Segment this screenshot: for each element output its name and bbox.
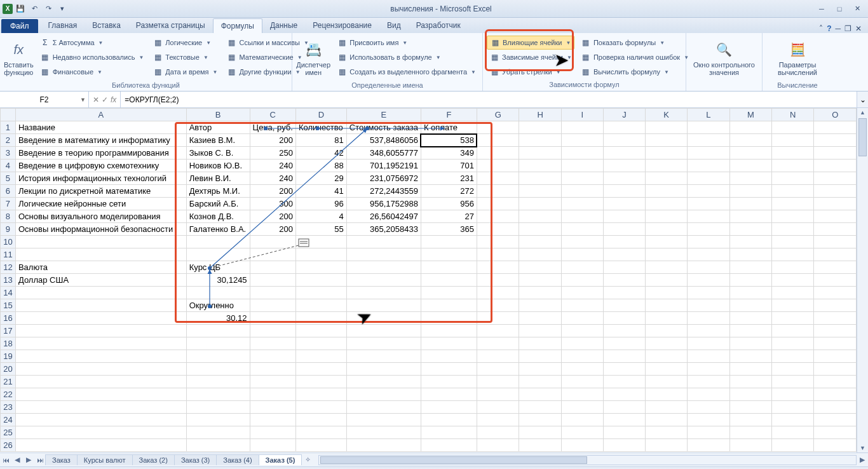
cell[interactable] (250, 261, 295, 274)
cell[interactable] (477, 337, 519, 350)
col-header[interactable]: J (603, 109, 645, 121)
cell[interactable]: 41 (295, 185, 346, 198)
cell[interactable] (772, 299, 814, 312)
cell[interactable]: Доллар США (15, 274, 186, 287)
cell[interactable] (729, 248, 772, 261)
col-header[interactable]: L (688, 109, 729, 121)
cell[interactable] (688, 160, 729, 172)
cell[interactable] (346, 299, 421, 312)
cell[interactable]: Логические нейронные сети (15, 198, 186, 210)
row-header[interactable]: 3 (1, 147, 16, 160)
cell[interactable] (814, 236, 857, 248)
cell[interactable] (15, 350, 186, 363)
cell[interactable]: 538 (421, 134, 477, 147)
cell[interactable] (645, 299, 687, 312)
ribbon-command[interactable]: ▦Убрать стрелки▼ (487, 65, 574, 79)
cell[interactable] (295, 414, 346, 426)
cell[interactable] (519, 287, 561, 299)
ribbon-command[interactable]: ▦Зависимые ячейки▼ (487, 50, 574, 64)
cell[interactable] (603, 121, 645, 134)
close-button[interactable]: ✕ (849, 3, 865, 15)
cell[interactable] (603, 388, 645, 401)
cell[interactable] (814, 350, 857, 363)
expand-formula-bar-icon[interactable]: ⌄ (857, 92, 868, 107)
qat-save-button[interactable]: 💾 (14, 3, 27, 15)
cell[interactable] (772, 172, 814, 185)
cell[interactable] (477, 274, 519, 287)
cell[interactable] (561, 401, 603, 414)
cell[interactable]: Округленно (186, 299, 250, 312)
cell[interactable] (729, 299, 772, 312)
cell[interactable] (729, 325, 772, 337)
cell[interactable] (688, 350, 729, 363)
cell[interactable]: Цена, руб. (250, 121, 295, 134)
sheet-tab[interactable]: Курсы валют (77, 454, 133, 465)
cell[interactable] (250, 337, 295, 350)
ribbon-command[interactable]: ▦Текстовые▼ (150, 50, 220, 64)
cell[interactable] (603, 439, 645, 452)
qat-undo-button[interactable]: ↶ (28, 3, 41, 15)
cell[interactable] (645, 388, 687, 401)
cell[interactable] (729, 376, 772, 388)
cell[interactable] (15, 287, 186, 299)
cell[interactable] (772, 134, 814, 147)
cell[interactable] (561, 350, 603, 363)
cell[interactable] (814, 287, 857, 299)
cancel-formula-icon[interactable]: ✕ (93, 95, 99, 104)
cell[interactable] (729, 388, 772, 401)
cell[interactable] (477, 134, 519, 147)
cell[interactable] (295, 376, 346, 388)
cell[interactable] (688, 223, 729, 236)
row-header[interactable]: 4 (1, 160, 16, 172)
cell[interactable] (15, 325, 186, 337)
cell[interactable] (645, 198, 687, 210)
cell[interactable] (519, 185, 561, 198)
cell[interactable] (561, 185, 603, 198)
cell[interactable] (421, 426, 477, 439)
cell[interactable] (561, 388, 603, 401)
new-sheet-button[interactable]: ✧ (302, 456, 313, 464)
cell[interactable] (814, 248, 857, 261)
cell[interactable] (814, 401, 857, 414)
cell[interactable] (477, 414, 519, 426)
ribbon-command[interactable]: ▦Финансовые▼ (37, 65, 147, 79)
cell[interactable] (421, 248, 477, 261)
cell[interactable] (477, 198, 519, 210)
cell[interactable] (519, 172, 561, 185)
cell[interactable] (477, 376, 519, 388)
cell[interactable] (519, 439, 561, 452)
ribbon-command[interactable]: ▦Недавно использовались▼ (37, 50, 147, 64)
cell[interactable] (729, 287, 772, 299)
cell[interactable] (421, 439, 477, 452)
cell[interactable] (561, 376, 603, 388)
cell[interactable] (645, 160, 687, 172)
cell[interactable] (561, 337, 603, 350)
scroll-up-icon[interactable]: ▲ (860, 109, 865, 116)
cell[interactable] (561, 172, 603, 185)
cell[interactable] (645, 401, 687, 414)
cell[interactable] (186, 337, 250, 350)
cell[interactable] (421, 325, 477, 337)
cell[interactable] (477, 121, 519, 134)
cell[interactable]: 200 (250, 223, 295, 236)
row-header[interactable]: 8 (1, 210, 16, 223)
cell[interactable] (561, 248, 603, 261)
cell[interactable] (772, 236, 814, 248)
cell[interactable]: Новиков Ю.В. (186, 160, 250, 172)
cell[interactable] (477, 210, 519, 223)
cell[interactable] (519, 426, 561, 439)
cell[interactable] (295, 426, 346, 439)
cell[interactable] (729, 147, 772, 160)
ribbon-command[interactable]: ▦Использовать в формуле▼ (334, 50, 478, 64)
cell[interactable] (295, 401, 346, 414)
cell[interactable] (477, 312, 519, 325)
cell[interactable] (688, 172, 729, 185)
scroll-right-icon[interactable]: ▶ (857, 456, 868, 464)
cell[interactable] (561, 121, 603, 134)
horizontal-scrollbar[interactable] (318, 455, 857, 465)
cell[interactable] (15, 299, 186, 312)
sheet-nav-next[interactable]: ▶ (23, 456, 34, 464)
cell[interactable]: 4 (295, 210, 346, 223)
cell[interactable] (603, 248, 645, 261)
cell[interactable] (772, 401, 814, 414)
